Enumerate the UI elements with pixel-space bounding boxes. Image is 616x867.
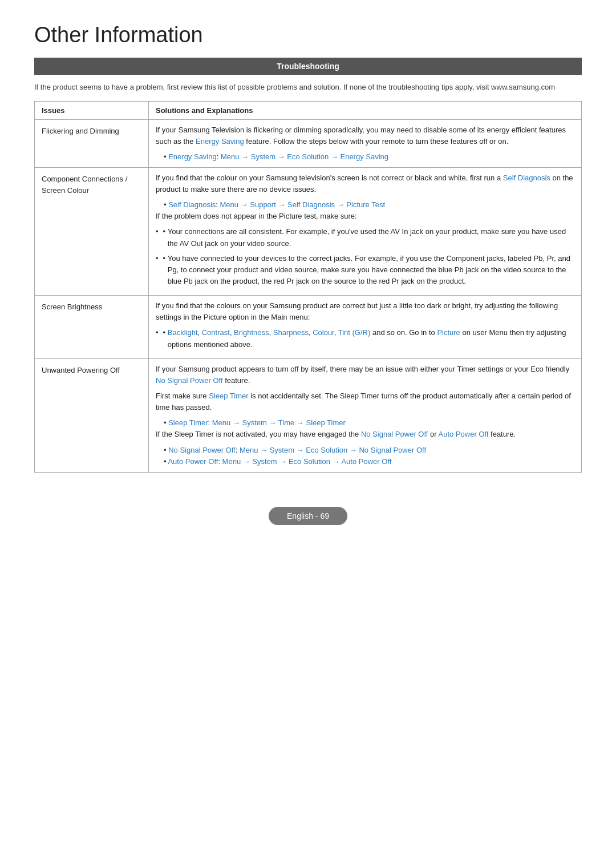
solution-cell: If your Samsung Television is flickering… [149, 119, 582, 167]
solution-cell: If you find that the colours on your Sam… [149, 296, 582, 359]
page-title: Other Information [34, 23, 582, 47]
solution-para: First make sure Sleep Timer is not accid… [156, 390, 574, 413]
table-row: Component Connections / Screen ColourIf … [35, 167, 582, 295]
solution-para: If you find that the colours on your Sam… [156, 300, 574, 323]
bullet-item: • You have connected to your devices to … [156, 253, 574, 287]
table-row: Unwanted Powering OffIf your Samsung pro… [35, 358, 582, 472]
table-row: Flickering and DimmingIf your Samsung Te… [35, 119, 582, 167]
table-row: Screen BrightnessIf you find that the co… [35, 296, 582, 359]
solution-para: If your Samsung Television is flickering… [156, 124, 574, 147]
bullet-item: • Your connections are all consistent. F… [156, 226, 574, 249]
footer-bar: English - 69 [34, 507, 582, 525]
solution-cell: If you find that the colour on your Sams… [149, 167, 582, 295]
solution-cell: If your Samsung product appears to turn … [149, 358, 582, 472]
footer-badge: English - 69 [269, 507, 347, 525]
issue-name: Unwanted Powering Off [35, 358, 149, 472]
section-header: Troubleshooting [34, 58, 582, 75]
issue-name: Flickering and Dimming [35, 119, 149, 167]
solution-para: If the problem does not appear in the Pi… [156, 211, 574, 222]
col-issues: Issues [35, 101, 149, 119]
issues-table: Issues Solutions and Explanations Flicke… [34, 101, 582, 473]
intro-text: If the product seems to have a problem, … [34, 82, 582, 93]
issue-name: Component Connections / Screen Colour [35, 167, 149, 295]
col-solutions: Solutions and Explanations [149, 101, 582, 119]
solution-para: If your Samsung product appears to turn … [156, 364, 574, 386]
bullet-links-item: • Backlight, Contrast, Brightness, Sharp… [156, 327, 574, 350]
solution-para: If you find that the colour on your Sams… [156, 172, 574, 195]
issue-name: Screen Brightness [35, 296, 149, 359]
solution-para: If the Sleep Timer is not activated, you… [156, 429, 574, 440]
